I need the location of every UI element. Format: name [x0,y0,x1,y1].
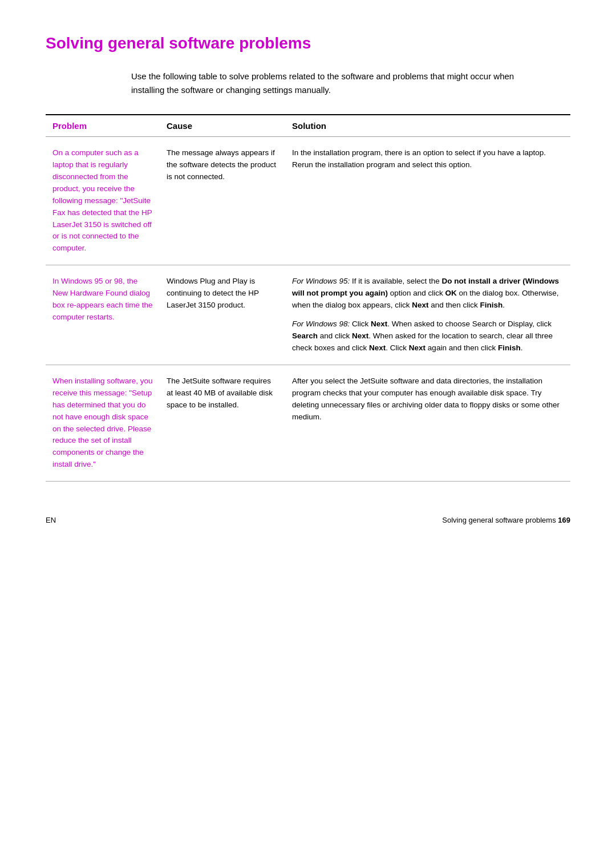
cause-cell-1: The message always appears if the softwa… [160,137,285,265]
table-row: When installing software, you receive th… [46,365,570,481]
solution-header: Solution [285,115,570,137]
problem-cell-2: In Windows 95 or 98, the New Hardware Fo… [46,265,160,365]
page-number: 169 [558,516,570,524]
cause-header: Cause [160,115,285,137]
solution-cell-2: For Windows 95: If it is available, sele… [285,265,570,365]
cause-cell-3: The JetSuite software requires at least … [160,365,285,481]
problem-cell-1: On a computer such as a laptop that is r… [46,137,160,265]
footer-left: EN [46,516,56,524]
table-row: On a computer such as a laptop that is r… [46,137,570,265]
solution-cell-3: After you select the JetSuite software a… [285,365,570,481]
problem-header: Problem [46,115,160,137]
solution-cell-1: In the installation program, there is an… [285,137,570,265]
problems-table: Problem Cause Solution On a computer suc… [46,114,570,482]
page-title: Solving general software problems [46,34,570,52]
intro-paragraph: Use the following table to solve problem… [131,70,542,97]
table-header-row: Problem Cause Solution [46,115,570,137]
footer-right: Solving general software problems 169 [442,516,570,524]
table-row: In Windows 95 or 98, the New Hardware Fo… [46,265,570,365]
cause-cell-2: Windows Plug and Play is continuing to d… [160,265,285,365]
page-footer: EN Solving general software problems 169 [46,516,570,524]
problem-cell-3: When installing software, you receive th… [46,365,160,481]
